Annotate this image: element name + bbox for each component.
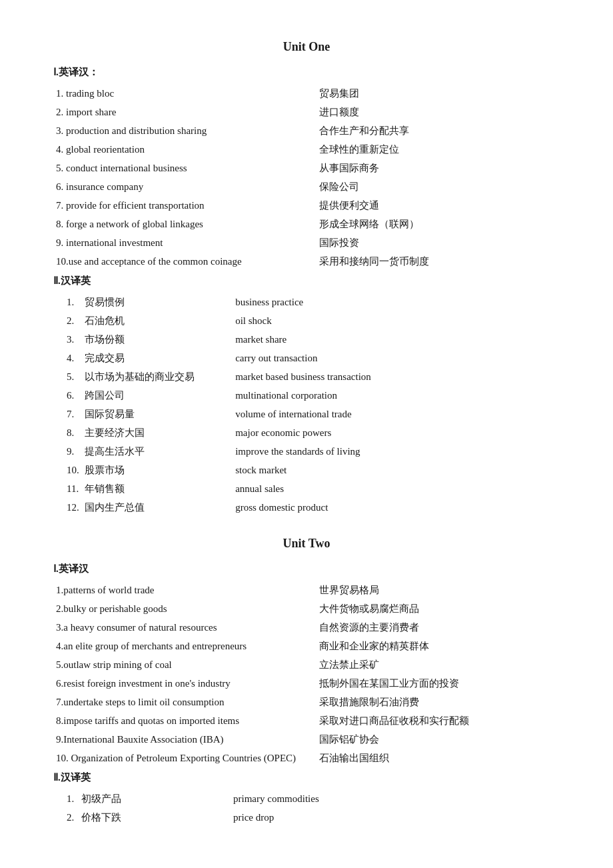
table-row: 9.International Bauxite Association (IBA… xyxy=(53,730,560,749)
table-row: 2. 石油危机 oil shock xyxy=(53,311,560,330)
zh-text: 合作生产和分配共享 xyxy=(316,121,560,140)
en-text: major economic powers xyxy=(233,423,560,442)
table-row: 3. production and distribution sharing 合… xyxy=(53,121,560,140)
zh-text: 价格下跌 xyxy=(79,808,231,827)
zh-text: 石油危机 xyxy=(82,311,233,330)
en-text: 3.a heavy consumer of natural resources xyxy=(53,618,316,637)
unit-two-section: Unit Two Ⅰ.英译汉 1.patterns of world trade… xyxy=(53,537,560,827)
en-text: 1. trading bloc xyxy=(53,84,316,103)
en-text: 7. provide for efficient transportation xyxy=(53,196,316,215)
zh-text: 全球性的重新定位 xyxy=(316,140,560,159)
unit2-section2-title: Ⅱ.汉译英 xyxy=(53,771,560,784)
table-row: 5. conduct international business 从事国际商务 xyxy=(53,159,560,177)
table-row: 1. 贸易惯例 business practice xyxy=(53,293,560,311)
en-text: 6. insurance company xyxy=(53,177,316,196)
zh-text: 保险公司 xyxy=(316,177,560,196)
table-row: 6.resist foreign investment in one's ind… xyxy=(53,674,560,693)
zh-text: 采用和接纳同一货币制度 xyxy=(316,252,560,271)
unit2-section1-title: Ⅰ.英译汉 xyxy=(53,563,560,575)
zh-text: 以市场为基础的商业交易 xyxy=(82,367,233,386)
table-row: 8. 主要经济大国 major economic powers xyxy=(53,423,560,442)
en-text: 4. global reorientation xyxy=(53,140,316,159)
unit1-section1-title: Ⅰ.英译汉： xyxy=(53,66,560,79)
zh-text: 世界贸易格局 xyxy=(316,581,560,599)
zh-text: 年销售额 xyxy=(82,479,233,498)
zh-text: 进口额度 xyxy=(316,103,560,121)
item-number: 9. xyxy=(53,442,82,461)
en-text: 9.International Bauxite Association (IBA… xyxy=(53,730,316,749)
en-text: oil shock xyxy=(233,311,560,330)
table-row: 7.undertake steps to limit oil consumpti… xyxy=(53,693,560,711)
zh-text: 国内生产总值 xyxy=(82,498,233,517)
en-text: 2.bulky or perishable goods xyxy=(53,599,316,618)
unit-one-title: Unit One xyxy=(53,40,560,54)
zh-text: 国际贸易量 xyxy=(82,405,233,423)
zh-text: 抵制外国在某国工业方面的投资 xyxy=(316,674,560,693)
zh-text: 商业和企业家的精英群体 xyxy=(316,637,560,655)
table-row: 6. insurance company 保险公司 xyxy=(53,177,560,196)
en-text: 8. forge a network of global linkages xyxy=(53,215,316,233)
table-row: 11. 年销售额 annual sales xyxy=(53,479,560,498)
table-row: 1. 初级产品 primary commodities xyxy=(53,789,560,808)
en-text: price drop xyxy=(231,808,560,827)
item-number: 8. xyxy=(53,423,82,442)
table-row: 12. 国内生产总值 gross domestic product xyxy=(53,498,560,517)
en-text: 9. international investment xyxy=(53,233,316,252)
en-text: 7.undertake steps to limit oil consumpti… xyxy=(53,693,316,711)
zh-text: 主要经济大国 xyxy=(82,423,233,442)
unit-one-section: Unit One Ⅰ.英译汉： 1. trading bloc 贸易集团 2. … xyxy=(53,40,560,517)
en-text: stock market xyxy=(233,461,560,479)
en-text: primary commodities xyxy=(231,789,560,808)
table-row: 2. 价格下跌 price drop xyxy=(53,808,560,827)
table-row: 2. import share 进口额度 xyxy=(53,103,560,121)
table-row: 2.bulky or perishable goods 大件货物或易腐烂商品 xyxy=(53,599,560,618)
en-text: 5. conduct international business xyxy=(53,159,316,177)
table-row: 7. 国际贸易量 volume of international trade xyxy=(53,405,560,423)
zh-text: 提供便利交通 xyxy=(316,196,560,215)
zh-text: 形成全球网络（联网） xyxy=(316,215,560,233)
zh-text: 自然资源的主要消费者 xyxy=(316,618,560,637)
en-text: carry out transaction xyxy=(233,349,560,367)
item-number: 11. xyxy=(53,479,82,498)
item-number: 3. xyxy=(53,330,82,349)
zh-text: 国际铝矿协会 xyxy=(316,730,560,749)
en-text: business practice xyxy=(233,293,560,311)
en-text: market based business transaction xyxy=(233,367,560,386)
en-text: 6.resist foreign investment in one's ind… xyxy=(53,674,316,693)
table-row: 3.a heavy consumer of natural resources … xyxy=(53,618,560,637)
zh-text: 初级产品 xyxy=(79,789,231,808)
unit-two-title: Unit Two xyxy=(53,537,560,551)
table-row: 9. 提高生活水平 improve the standards of livin… xyxy=(53,442,560,461)
item-number: 7. xyxy=(53,405,82,423)
zh-text: 市场份额 xyxy=(82,330,233,349)
zh-text: 立法禁止采矿 xyxy=(316,655,560,674)
zh-text: 跨国公司 xyxy=(82,386,233,405)
table-row: 4.an elite group of merchants and entrep… xyxy=(53,637,560,655)
zh-text: 完成交易 xyxy=(82,349,233,367)
table-row: 8.impose tariffs and quotas on imported … xyxy=(53,711,560,730)
en-text: volume of international trade xyxy=(233,405,560,423)
unit2-chneng-table: 1. 初级产品 primary commodities 2. 价格下跌 pric… xyxy=(53,789,560,827)
table-row: 4. 完成交易 carry out transaction xyxy=(53,349,560,367)
en-text: 10. Organization of Petroleum Exporting … xyxy=(53,749,316,767)
item-number: 2. xyxy=(53,808,79,827)
item-number: 1. xyxy=(53,789,79,808)
item-number: 5. xyxy=(53,367,82,386)
table-row: 1. trading bloc 贸易集团 xyxy=(53,84,560,103)
table-row: 9. international investment 国际投资 xyxy=(53,233,560,252)
en-text: 5.outlaw strip mining of coal xyxy=(53,655,316,674)
table-row: 4. global reorientation 全球性的重新定位 xyxy=(53,140,560,159)
item-number: 6. xyxy=(53,386,82,405)
zh-text: 采取措施限制石油消费 xyxy=(316,693,560,711)
en-text: 1.patterns of world trade xyxy=(53,581,316,599)
en-text: market share xyxy=(233,330,560,349)
unit1-engchn-table: 1. trading bloc 贸易集团 2. import share 进口额… xyxy=(53,84,560,271)
zh-text: 提高生活水平 xyxy=(82,442,233,461)
table-row: 10. Organization of Petroleum Exporting … xyxy=(53,749,560,767)
table-row: 1.patterns of world trade 世界贸易格局 xyxy=(53,581,560,599)
item-number: 12. xyxy=(53,498,82,517)
en-text: gross domestic product xyxy=(233,498,560,517)
en-text: multinational corporation xyxy=(233,386,560,405)
item-number: 2. xyxy=(53,311,82,330)
table-row: 8. forge a network of global linkages 形成… xyxy=(53,215,560,233)
